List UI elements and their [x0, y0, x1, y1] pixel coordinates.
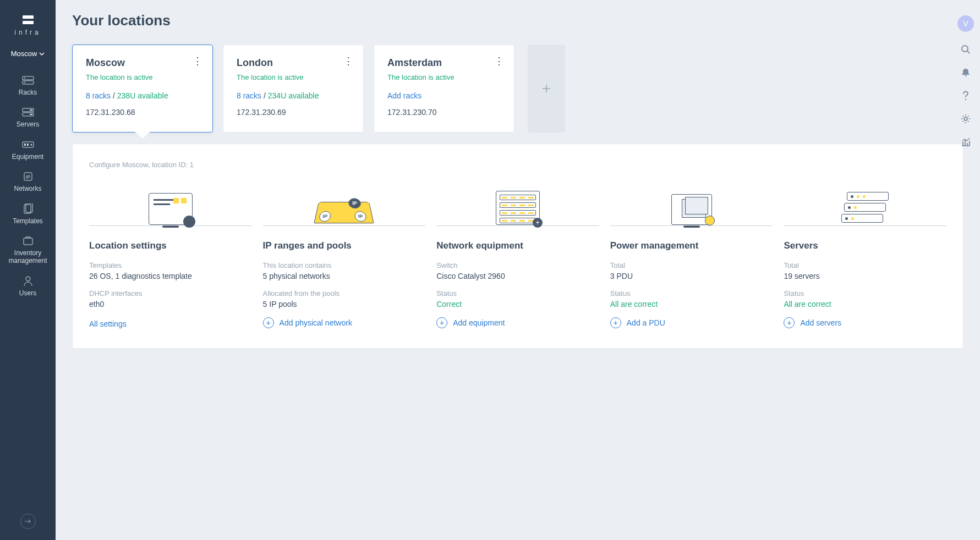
collapse-button[interactable]	[20, 514, 36, 529]
bell-icon[interactable]	[960, 67, 971, 78]
section-location-settings: Location settings Templates 26 OS, 1 dia…	[89, 182, 252, 328]
nav-item-inventory[interactable]: Inventory management	[0, 230, 56, 271]
section-power-management: Power management Total 3 PDU Status All …	[610, 182, 773, 328]
search-icon[interactable]	[960, 44, 971, 55]
meta-label: Total	[784, 261, 946, 269]
help-icon[interactable]	[960, 90, 971, 101]
section-action-add-pdu[interactable]: + Add a PDU	[610, 317, 773, 328]
meta-label: Allocated from the pools	[263, 289, 426, 297]
nav-item-networks[interactable]: IP Networks	[0, 166, 56, 198]
svg-point-18	[962, 46, 968, 52]
meta-label: DHCP interfaces	[89, 289, 252, 297]
meta-value: 3 PDU	[610, 272, 773, 280]
svg-rect-7	[30, 114, 32, 115]
racks-icon	[22, 75, 34, 85]
action-label: Add physical network	[280, 318, 352, 327]
templates-icon	[22, 204, 34, 214]
meta-label: Templates	[89, 261, 252, 269]
location-cards: ⋮ Moscow The location is active 8 racks …	[72, 45, 963, 133]
svg-rect-6	[30, 109, 32, 111]
card-title: Moscow	[86, 57, 199, 69]
section-title: IP ranges and pools	[263, 240, 426, 251]
illustration-servers	[784, 182, 946, 226]
nav-label: Servers	[17, 120, 39, 128]
plus-icon	[541, 84, 551, 93]
nav-item-racks[interactable]: Racks	[0, 70, 56, 102]
section-action-add-servers[interactable]: + Add servers	[784, 317, 946, 328]
detail-sections: Location settings Templates 26 OS, 1 dia…	[89, 182, 946, 328]
location-card-moscow[interactable]: ⋮ Moscow The location is active 8 racks …	[72, 45, 213, 133]
nav-item-servers[interactable]: Servers	[0, 102, 56, 134]
section-title: Location settings	[89, 240, 252, 251]
card-ip: 172.31.230.68	[86, 108, 199, 117]
meta-label: Status	[610, 289, 773, 297]
meta-value: 19 servers	[784, 272, 946, 280]
illustration-ip: IPIPIP	[263, 182, 426, 226]
card-menu[interactable]: ⋮	[193, 56, 202, 66]
stats-icon[interactable]	[960, 136, 971, 147]
location-selector[interactable]: Moscow	[11, 49, 45, 58]
collapse-icon	[24, 519, 32, 524]
more-vertical-icon: ⋮	[494, 56, 504, 67]
card-status: The location is active	[237, 73, 350, 81]
svg-point-11	[30, 144, 32, 145]
gear-icon[interactable]	[960, 113, 971, 124]
meta-label: Status	[436, 289, 599, 297]
section-action-add-network[interactable]: + Add physical network	[263, 317, 426, 328]
card-status: The location is active	[86, 73, 199, 81]
illustration-equipment: +	[436, 182, 599, 226]
chevron-down-icon	[39, 52, 45, 56]
nav-item-equipment[interactable]: Equipment	[0, 134, 56, 166]
plus-circle-icon: +	[610, 317, 621, 328]
section-title: Network equipment	[436, 240, 599, 251]
section-title: Servers	[784, 240, 946, 251]
svg-point-2	[24, 78, 25, 79]
svg-point-20	[964, 117, 967, 120]
nav-label: Networks	[14, 185, 41, 192]
action-label: All settings	[89, 319, 127, 328]
inventory-icon	[22, 236, 34, 246]
section-network-equipment: + Network equipment Switch Cisco Catalys…	[436, 182, 599, 328]
nav-item-users[interactable]: Users	[0, 271, 56, 302]
page-title: Your locations	[72, 12, 963, 29]
svg-point-17	[26, 277, 30, 281]
card-ip: 172.31.230.70	[387, 108, 501, 117]
add-location-card[interactable]	[528, 45, 565, 133]
meta-value: 5 physical networks	[263, 272, 426, 280]
location-selector-label: Moscow	[11, 49, 37, 58]
card-menu[interactable]: ⋮	[494, 56, 504, 66]
illustration-power	[610, 182, 773, 226]
action-label: Add equipment	[453, 318, 505, 327]
servers-icon	[22, 107, 34, 117]
meta-label: This location contains	[263, 261, 426, 269]
nav-label: Equipment	[12, 153, 43, 161]
location-card-amsterdam[interactable]: ⋮ Amsterdam The location is active Add r…	[374, 45, 514, 133]
section-servers: Servers Total 19 servers Status All are …	[784, 182, 946, 328]
svg-rect-16	[24, 238, 32, 245]
racks-available: 234U available	[268, 91, 319, 100]
section-action-add-equipment[interactable]: + Add equipment	[436, 317, 599, 328]
meta-value-status: All are correct	[610, 300, 773, 308]
card-racks: 8 racks / 238U available	[86, 91, 199, 100]
nav-label: Inventory management	[2, 249, 53, 265]
card-ip: 172.31.230.69	[237, 108, 350, 117]
meta-label: Total	[610, 261, 773, 269]
nav-label: Racks	[19, 89, 37, 96]
user-avatar[interactable]: V	[957, 15, 974, 32]
plus-circle-icon: +	[263, 317, 274, 328]
location-card-london[interactable]: ⋮ London The location is active 8 racks …	[223, 45, 364, 133]
more-vertical-icon: ⋮	[193, 56, 202, 67]
racks-count: 8 racks	[86, 91, 111, 100]
plus-circle-icon: +	[784, 317, 795, 328]
more-vertical-icon: ⋮	[343, 56, 353, 67]
section-action-all-settings[interactable]: + All settings	[89, 319, 252, 328]
nav-item-templates[interactable]: Templates	[0, 199, 56, 230]
svg-point-3	[24, 82, 25, 83]
card-menu[interactable]: ⋮	[343, 56, 353, 66]
logo: infra	[14, 15, 41, 36]
add-racks-link[interactable]: Add racks	[387, 91, 501, 100]
card-title: Amsterdam	[387, 57, 501, 69]
meta-label: Switch	[436, 261, 599, 269]
card-status: The location is active	[387, 73, 501, 81]
meta-value-status: All are correct	[784, 300, 946, 308]
